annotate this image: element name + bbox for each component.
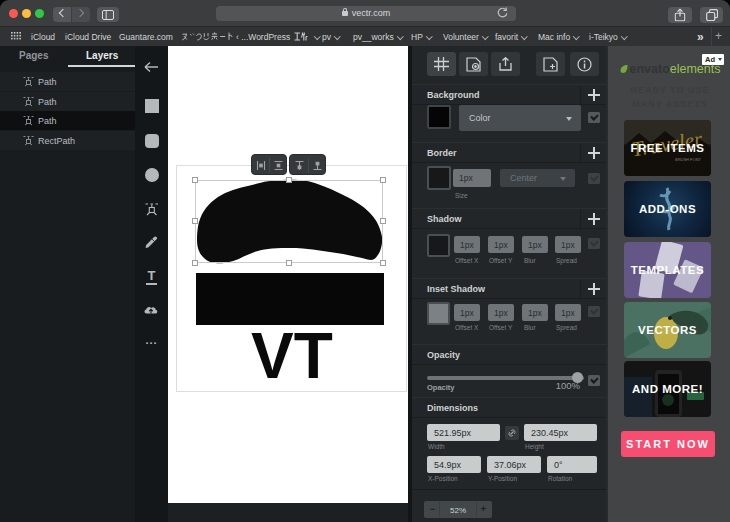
svg-text:BRUSH FONT: BRUSH FONT (675, 157, 702, 162)
svg-text:VT: VT (251, 320, 333, 392)
